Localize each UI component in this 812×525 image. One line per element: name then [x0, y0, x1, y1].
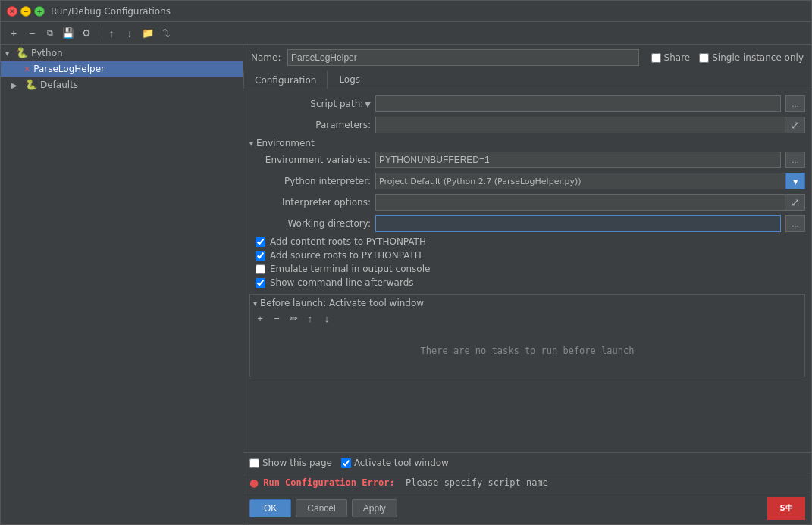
interpreter-options-label: Interpreter options:	[249, 197, 371, 208]
sidebar-parse-log-label: ParseLogHelper	[33, 64, 105, 74]
python-interpreter-row: Python interpreter: Project Default (Pyt…	[249, 173, 805, 189]
config-tabs: Configuration Logs	[243, 70, 811, 89]
tab-logs[interactable]: Logs	[328, 70, 372, 89]
add-content-roots-checkbox[interactable]	[256, 237, 265, 247]
sidebar-item-parse-log-helper[interactable]: ✕ ParseLogHelper	[1, 61, 243, 77]
activate-tool-window-checkbox[interactable]	[341, 458, 351, 468]
script-path-input[interactable]	[375, 95, 781, 112]
window-controls: ✕ − +	[7, 6, 45, 17]
configurations-toolbar: + − ⧉ 💾 ⚙ ↑ ↓ 📁 ⇅	[1, 22, 811, 45]
before-launch-section: ▾ Before launch: Activate tool window + …	[249, 294, 805, 377]
remove-config-button[interactable]: −	[24, 25, 40, 42]
cancel-button[interactable]: Cancel	[296, 499, 346, 517]
configuration-tree: ▾ 🐍 Python ✕ ParseLogHelper ▶ 🐍 Defaults	[1, 45, 243, 524]
environment-arrow: ▾	[249, 139, 253, 148]
tab-configuration[interactable]: Configuration	[243, 70, 328, 89]
interpreter-select-row: Project Default (Python 2.7 (ParseLogHel…	[375, 173, 805, 189]
move-up-button[interactable]: ↑	[103, 25, 120, 42]
activate-tool-window-label[interactable]: Activate tool window	[341, 458, 449, 468]
no-tasks-label: There are no tasks to run before launch	[421, 345, 635, 356]
error-detail: Please specify script name	[406, 477, 548, 488]
before-launch-up-button[interactable]: ↑	[303, 311, 317, 325]
add-source-roots-text: Add source roots to PYTHONPATH	[270, 250, 422, 261]
activate-tool-window-text: Activate tool window	[354, 458, 449, 468]
share-label: Share	[664, 52, 691, 63]
defaults-arrow: ▶	[11, 81, 22, 89]
python-folder-icon: 🐍	[16, 47, 28, 59]
save-config-button[interactable]: 💾	[60, 25, 77, 42]
ok-button[interactable]: OK	[249, 499, 291, 517]
main-window: ✕ − + Run/Debug Configurations + − ⧉ 💾 ⚙…	[0, 0, 812, 525]
emulate-terminal-label[interactable]: Emulate terminal in output console	[256, 264, 430, 274]
working-directory-browse-button[interactable]: …	[785, 215, 805, 232]
move-to-folder-button[interactable]: 📁	[140, 25, 156, 42]
interpreter-options-input[interactable]	[375, 194, 785, 211]
collapse-arrow: ▾	[5, 49, 16, 58]
minimize-button[interactable]: −	[20, 6, 31, 17]
gear-button[interactable]: ⚙	[78, 25, 95, 42]
working-directory-input[interactable]	[375, 215, 781, 232]
before-launch-down-button[interactable]: ↓	[320, 311, 334, 325]
move-down-button[interactable]: ↓	[121, 25, 138, 42]
button-bar: OK Cancel Apply S中	[243, 492, 811, 524]
environment-label: Environment	[256, 138, 315, 148]
emulate-terminal-row: Emulate terminal in output console	[249, 264, 805, 274]
show-page-label[interactable]: Show this page	[249, 458, 332, 468]
working-directory-row: Working directory: …	[249, 215, 805, 232]
script-path-browse-button[interactable]: …	[785, 95, 805, 112]
sidebar-item-python[interactable]: ▾ 🐍 Python	[1, 45, 243, 61]
add-source-roots-row: Add source roots to PYTHONPATH	[249, 250, 805, 261]
sidebar-item-defaults[interactable]: ▶ 🐍 Defaults	[1, 77, 243, 93]
watermark-badge: S中	[767, 497, 805, 520]
parameters-expand-button[interactable]: ⤢	[785, 117, 805, 133]
script-path-row: Script path: ▼ …	[249, 95, 805, 112]
config-error-icon: ✕	[24, 64, 30, 74]
emulate-terminal-checkbox[interactable]	[256, 264, 265, 274]
interpreter-display: Project Default (Python 2.7 (ParseLogHel…	[375, 173, 785, 189]
name-label: Name:	[251, 52, 281, 63]
env-variables-browse-button[interactable]: …	[785, 152, 805, 168]
before-launch-edit-button[interactable]: ✏	[287, 311, 300, 325]
add-content-roots-label[interactable]: Add content roots to PYTHONPATH	[256, 236, 426, 247]
single-instance-label: Single instance only	[712, 52, 804, 63]
script-dropdown-arrow: ▼	[365, 100, 371, 108]
maximize-button[interactable]: +	[34, 6, 45, 17]
apply-button[interactable]: Apply	[352, 499, 397, 517]
working-directory-label: Working directory:	[249, 218, 371, 229]
titlebar: ✕ − + Run/Debug Configurations	[1, 1, 811, 22]
defaults-folder-icon: 🐍	[25, 79, 37, 91]
show-page-checkbox[interactable]	[249, 458, 259, 468]
close-button[interactable]: ✕	[7, 6, 17, 17]
share-checkbox[interactable]	[651, 53, 661, 63]
sort-button[interactable]: ⇅	[158, 25, 174, 42]
script-path-label: Script path:	[310, 98, 363, 109]
show-command-line-checkbox[interactable]	[256, 278, 265, 288]
env-variables-input[interactable]	[375, 152, 781, 168]
before-launch-remove-button[interactable]: −	[270, 311, 284, 325]
add-config-button[interactable]: +	[5, 25, 22, 42]
parameters-input[interactable]	[375, 117, 785, 133]
add-source-roots-label[interactable]: Add source roots to PYTHONPATH	[256, 250, 422, 261]
before-launch-add-button[interactable]: +	[253, 311, 267, 325]
error-message: Run Configuration Error: Please specify …	[263, 477, 548, 488]
interpreter-dropdown-button[interactable]: ▾	[785, 173, 805, 189]
name-input[interactable]	[287, 49, 639, 66]
tab-configuration-content: Script path: ▼ … Parameters: ⤢ ▾	[243, 89, 811, 452]
add-source-roots-checkbox[interactable]	[256, 251, 265, 261]
show-command-line-label[interactable]: Show command line afterwards	[256, 277, 414, 288]
content-area: ▾ 🐍 Python ✕ ParseLogHelper ▶ 🐍 Defaults…	[1, 45, 811, 524]
before-launch-toolbar: + − ✏ ↑ ↓	[253, 311, 801, 325]
error-icon: ●	[249, 477, 259, 489]
share-checkbox-label[interactable]: Share	[651, 52, 691, 63]
copy-config-button[interactable]: ⧉	[42, 25, 58, 42]
show-command-line-row: Show command line afterwards	[249, 277, 805, 288]
interpreter-options-row: Interpreter options: ⤢	[249, 194, 805, 211]
interpreter-options-expand-button[interactable]: ⤢	[785, 194, 805, 211]
single-instance-checkbox-label[interactable]: Single instance only	[699, 52, 804, 63]
before-launch-header: ▾ Before launch: Activate tool window	[253, 298, 801, 308]
sidebar-python-label: Python	[31, 48, 63, 58]
toolbar-separator	[99, 27, 99, 40]
single-instance-checkbox[interactable]	[699, 53, 709, 63]
parameters-row: Parameters: ⤢	[249, 117, 805, 133]
error-bar: ● Run Configuration Error: Please specif…	[243, 473, 811, 492]
